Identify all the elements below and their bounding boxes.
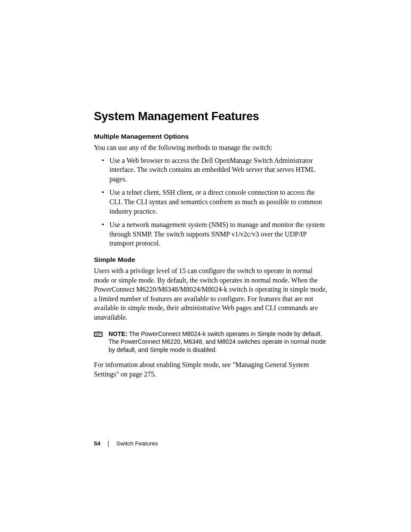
list-item: Use a telnet client, SSH client, or a di… bbox=[94, 188, 329, 216]
footer-section-name: Switch Features bbox=[116, 440, 158, 447]
page-content: System Management Features Multiple Mana… bbox=[0, 0, 411, 379]
note-text: NOTE: The PowerConnect M8024-k switch op… bbox=[109, 330, 329, 355]
note-body: The PowerConnect M8024-k switch operates… bbox=[109, 330, 326, 354]
note-block: NOTE: The PowerConnect M8024-k switch op… bbox=[94, 330, 329, 355]
management-options-list: Use a Web browser to access the Dell Ope… bbox=[94, 156, 329, 248]
section-heading-multiple-management: Multiple Management Options bbox=[94, 133, 329, 140]
list-item: Use a network management system (NMS) to… bbox=[94, 220, 329, 248]
intro-text: You can use any of the following methods… bbox=[94, 143, 329, 152]
footer-divider bbox=[108, 441, 109, 447]
list-item: Use a Web browser to access the Dell Ope… bbox=[94, 156, 329, 184]
main-heading: System Management Features bbox=[94, 110, 329, 123]
page-footer: 54 Switch Features bbox=[94, 440, 158, 447]
section-heading-simple-mode: Simple Mode bbox=[94, 256, 329, 264]
note-label: NOTE: bbox=[109, 330, 128, 337]
page-number: 54 bbox=[94, 440, 100, 447]
note-icon bbox=[94, 330, 103, 337]
simple-mode-body: Users with a privilege level of 15 can c… bbox=[94, 266, 329, 322]
after-note-text: For information about enabling Simple mo… bbox=[94, 360, 329, 379]
